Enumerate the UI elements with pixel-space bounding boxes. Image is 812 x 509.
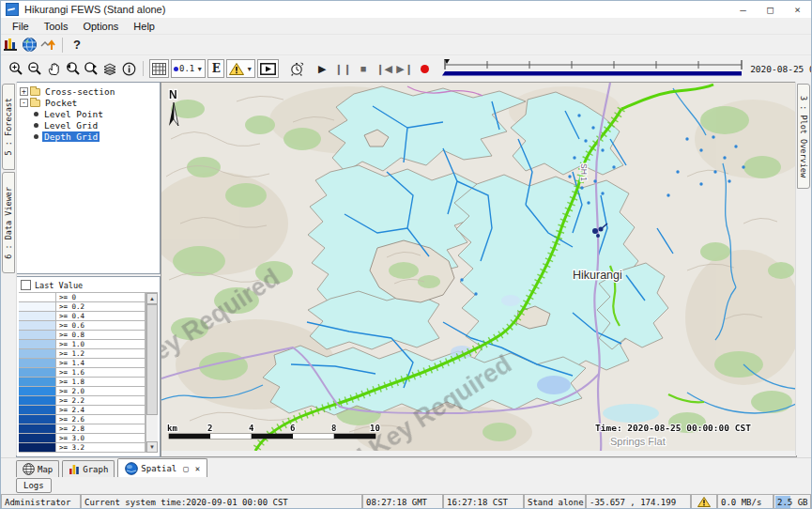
menu-help[interactable]: Help xyxy=(126,21,162,32)
legend-row[interactable]: >= 0.2 xyxy=(19,302,146,312)
step-forward-button[interactable]: ▶❙ xyxy=(394,63,415,75)
tree-item-pocket[interactable]: -Pocket xyxy=(19,97,158,108)
tree-item-level-point[interactable]: Level Point xyxy=(19,108,158,119)
legend-row[interactable]: >= 2.4 xyxy=(19,406,146,415)
legend-color-swatch xyxy=(19,443,56,452)
zoom-in-icon[interactable] xyxy=(7,60,25,77)
time-slider[interactable] xyxy=(442,58,744,79)
layers-icon[interactable] xyxy=(100,60,119,77)
legend-row[interactable]: >= 2.0 xyxy=(19,387,146,396)
tree-expander-icon[interactable]: - xyxy=(20,99,28,107)
scroll-up-icon[interactable]: ▲ xyxy=(146,293,158,304)
legend-scrollbar[interactable]: ▲ ▼ xyxy=(146,293,158,453)
timeline-datetime: 2020-08-25 00:00:00 CST xyxy=(750,64,812,74)
map-display-icon[interactable] xyxy=(20,37,38,54)
legend-row[interactable]: >= 1.0 xyxy=(19,340,146,349)
svg-text:km: km xyxy=(167,424,177,433)
legend-row[interactable]: >= 0.8 xyxy=(19,331,146,340)
maximize-button[interactable]: □ xyxy=(757,1,784,18)
contour-value-dropdown[interactable]: 0.1 ▼ xyxy=(171,59,206,78)
tab-data-viewer[interactable]: 6 : Data Viewer xyxy=(2,172,15,273)
tab-graph[interactable]: Graph xyxy=(62,460,115,477)
folder-icon xyxy=(30,88,40,96)
play-button[interactable]: ▶ xyxy=(312,63,332,75)
tab-spatial[interactable]: Spatial ▢ ✕ xyxy=(117,458,207,477)
status-gmt-time: 08:27:18 GMT xyxy=(362,494,443,509)
zoom-next-icon[interactable] xyxy=(82,60,100,77)
legend-row[interactable]: >= 2.6 xyxy=(19,415,146,424)
logs-button[interactable]: Logs xyxy=(16,478,52,493)
grid-display-button[interactable] xyxy=(149,59,169,78)
legend-row[interactable]: >= 0.6 xyxy=(19,321,146,331)
status-warning[interactable] xyxy=(691,494,717,509)
timeseries-import-icon[interactable] xyxy=(38,37,57,54)
step-back-button[interactable]: ❙◀ xyxy=(374,63,394,75)
legend-row-label: >= 1.4 xyxy=(56,359,146,367)
tree-item-level-grid[interactable]: Level Grid xyxy=(19,119,158,131)
legend-row-label: >= 1.0 xyxy=(56,340,146,348)
node-bullet-icon xyxy=(34,134,38,139)
legend-row[interactable]: >= 1.4 xyxy=(19,359,146,368)
animation-scheduler-icon[interactable] xyxy=(287,60,306,77)
tree-expander-icon[interactable]: + xyxy=(20,87,28,96)
tab-spatial-label: Spatial xyxy=(141,464,176,473)
svg-text:6: 6 xyxy=(290,424,295,433)
legend-row[interactable]: >= 1.8 xyxy=(19,378,146,387)
warning-icon xyxy=(229,63,244,75)
tab-forecast[interactable]: 5 : Forecast xyxy=(2,84,15,170)
elevation-button[interactable]: E xyxy=(207,59,224,78)
legend-row[interactable]: >= 3.0 xyxy=(19,434,146,443)
menu-tools[interactable]: Tools xyxy=(37,21,76,32)
tab-map[interactable]: Map xyxy=(16,460,59,477)
minimize-button[interactable]: – xyxy=(729,1,757,18)
tab-restore-icon[interactable]: ▢ xyxy=(183,464,188,473)
stop-button[interactable]: ■ xyxy=(353,63,374,74)
main-toolbar: ? xyxy=(1,35,811,55)
thresholds-dropdown[interactable]: ▼ xyxy=(226,59,255,78)
menu-options[interactable]: Options xyxy=(75,21,126,32)
pan-hand-icon[interactable] xyxy=(44,60,63,77)
tab-graph-label: Graph xyxy=(83,465,108,474)
last-value-checkbox-row[interactable]: Last Value xyxy=(19,279,158,291)
globe-icon xyxy=(23,463,35,475)
right-tab-strip: 3 : Plot Overview xyxy=(795,82,811,455)
svg-text:10: 10 xyxy=(370,424,380,433)
memory-label: 2.5 GB xyxy=(777,498,808,507)
legend-row-label: >= 2.2 xyxy=(56,396,146,405)
contour-dot-icon xyxy=(174,67,178,71)
tree-view[interactable]: +Cross-section-PocketLevel PointLevel Gr… xyxy=(16,82,161,274)
legend-row-label: >= 2.4 xyxy=(56,406,146,414)
pause-button[interactable]: ❙❙ xyxy=(332,63,353,75)
tab-close-icon[interactable]: ✕ xyxy=(195,464,200,473)
legend-row[interactable]: >= 1.6 xyxy=(19,368,146,378)
zoom-out-icon[interactable] xyxy=(25,60,44,77)
road-label: SH 1 xyxy=(579,163,589,181)
close-button[interactable]: × xyxy=(784,1,811,18)
scrollbar-thumb[interactable] xyxy=(146,304,158,415)
legend-row[interactable]: >= 2.8 xyxy=(19,424,146,434)
tab-plot-overview[interactable]: 3 : Plot Overview xyxy=(797,84,810,189)
tree-item-cross-section[interactable]: +Cross-section xyxy=(19,85,158,97)
legend-row[interactable]: >= 2.2 xyxy=(19,396,146,406)
legend-color-swatch xyxy=(19,321,56,330)
scroll-down-icon[interactable]: ▼ xyxy=(146,441,158,453)
record-button[interactable] xyxy=(421,65,429,73)
legend-row[interactable]: >= 0 xyxy=(19,293,146,302)
legend-row-label: >= 1.2 xyxy=(56,349,146,358)
legend-row[interactable]: >= 1.2 xyxy=(19,349,146,359)
database-status-icon[interactable] xyxy=(1,37,20,54)
tab-map-label: Map xyxy=(38,465,53,474)
legend-row[interactable]: >= 3.2 xyxy=(19,443,146,453)
menu-file[interactable]: File xyxy=(5,21,37,32)
legend-row[interactable]: >= 0.4 xyxy=(19,312,146,321)
tree-item-depth-grid[interactable]: Depth Grid xyxy=(19,131,158,142)
map-view[interactable]: API Key Required API Key Required Hikura… xyxy=(161,82,797,457)
map-canvas[interactable]: API Key Required API Key Required Hikura… xyxy=(161,83,796,451)
toolbar-separator xyxy=(62,38,63,53)
last-value-checkbox[interactable] xyxy=(21,280,31,290)
zoom-previous-icon[interactable] xyxy=(63,60,82,77)
status-local-time: 16:27:18 CST xyxy=(443,494,524,509)
info-icon[interactable] xyxy=(119,60,138,77)
animate-button[interactable] xyxy=(257,59,279,78)
help-button[interactable]: ? xyxy=(68,37,86,54)
